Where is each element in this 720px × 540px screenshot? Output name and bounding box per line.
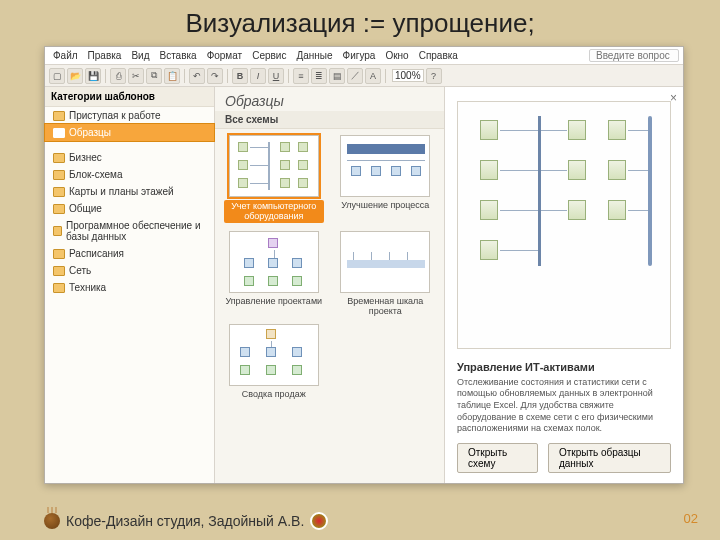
- sidebar-item-flowchart[interactable]: Блок-схема: [45, 166, 214, 183]
- server-icon: [568, 200, 586, 220]
- thumbnail-label: Учет компьютерного оборудования: [224, 200, 324, 223]
- save-icon[interactable]: 💾: [85, 68, 101, 84]
- sidebar-item-business[interactable]: Бизнес: [45, 149, 214, 166]
- template-project-timeline[interactable]: Временная шкала проекта: [333, 231, 439, 317]
- menu-format[interactable]: Формат: [203, 49, 247, 62]
- menu-data[interactable]: Данные: [292, 49, 336, 62]
- server-icon: [608, 120, 626, 140]
- open-scheme-button[interactable]: Открыть схему: [457, 443, 538, 473]
- paste-icon[interactable]: 📋: [164, 68, 180, 84]
- sidebar-heading: Категории шаблонов: [45, 87, 214, 107]
- large-preview: [457, 101, 671, 349]
- folder-icon: [53, 187, 65, 197]
- sidebar-item-label: Сеть: [69, 265, 91, 276]
- template-it-assets[interactable]: Учет компьютерного оборудования: [221, 135, 327, 223]
- print-icon[interactable]: ⎙: [110, 68, 126, 84]
- slide-title: Визуализация := упрощение;: [0, 0, 720, 41]
- menu-help[interactable]: Справка: [415, 49, 462, 62]
- menu-insert[interactable]: Вставка: [155, 49, 200, 62]
- bold-icon[interactable]: B: [232, 68, 248, 84]
- thumbnail-label: Временная шкала проекта: [335, 296, 435, 317]
- close-icon[interactable]: ×: [670, 91, 677, 105]
- sidebar: Категории шаблонов Приступая к работе Об…: [45, 87, 215, 483]
- sidebar-item-software[interactable]: Программное обеспечение и базы данных: [45, 217, 214, 245]
- folder-icon: [53, 153, 65, 163]
- sidebar-item-label: Образцы: [69, 127, 111, 138]
- menu-edit[interactable]: Правка: [84, 49, 126, 62]
- sidebar-item-label: Карты и планы этажей: [69, 186, 174, 197]
- line-icon[interactable]: ／: [347, 68, 363, 84]
- sidebar-item-general[interactable]: Общие: [45, 200, 214, 217]
- thumbnail-label: Сводка продаж: [242, 389, 306, 399]
- help-search-input[interactable]: [589, 49, 679, 62]
- footer-text: Кофе-Дизайн студия, Задойный А.В.: [66, 513, 304, 529]
- thumbnail-label: Улучшение процесса: [341, 200, 429, 210]
- folder-icon: [53, 204, 65, 214]
- fill-icon[interactable]: ▤: [329, 68, 345, 84]
- font-color-icon[interactable]: A: [365, 68, 381, 84]
- gallery-subhead: Все схемы: [215, 111, 444, 129]
- sidebar-item-label: Блок-схема: [69, 169, 123, 180]
- folder-icon: [53, 226, 62, 236]
- menu-tools[interactable]: Сервис: [248, 49, 290, 62]
- open-icon[interactable]: 📂: [67, 68, 83, 84]
- sidebar-item-maps[interactable]: Карты и планы этажей: [45, 183, 214, 200]
- template-process-improvement[interactable]: Улучшение процесса: [333, 135, 439, 223]
- italic-icon[interactable]: I: [250, 68, 266, 84]
- sidebar-item-getting-started[interactable]: Приступая к работе: [45, 107, 214, 124]
- folder-icon: [53, 128, 65, 138]
- undo-icon[interactable]: ↶: [189, 68, 205, 84]
- sidebar-item-samples[interactable]: Образцы: [45, 124, 214, 141]
- server-icon: [608, 200, 626, 220]
- visio-window: Файл Правка Вид Вставка Формат Сервис Да…: [44, 46, 684, 484]
- server-icon: [480, 160, 498, 180]
- server-icon: [480, 120, 498, 140]
- menu-shape[interactable]: Фигура: [339, 49, 380, 62]
- template-gallery: Учет компьютерного оборудования Улучшени…: [215, 129, 444, 483]
- menu-bar: Файл Правка Вид Вставка Формат Сервис Да…: [45, 47, 683, 65]
- sidebar-item-label: Приступая к работе: [69, 110, 161, 121]
- help-icon[interactable]: ?: [426, 68, 442, 84]
- template-sales-summary[interactable]: Сводка продаж: [221, 324, 327, 399]
- detail-pane: ×: [445, 87, 683, 483]
- thumbnail-preview: [340, 231, 430, 293]
- new-icon[interactable]: ▢: [49, 68, 65, 84]
- sidebar-item-engineering[interactable]: Техника: [45, 279, 214, 296]
- menu-view[interactable]: Вид: [127, 49, 153, 62]
- cut-icon[interactable]: ✂: [128, 68, 144, 84]
- thumbnail-preview: [229, 324, 319, 386]
- template-gallery-pane: Образцы Все схемы Учет компьютерного обо…: [215, 87, 445, 483]
- folder-icon: [53, 266, 65, 276]
- sidebar-item-label: Программное обеспечение и базы данных: [66, 220, 206, 242]
- folder-icon: [53, 170, 65, 180]
- copy-icon[interactable]: ⧉: [146, 68, 162, 84]
- server-icon: [608, 160, 626, 180]
- sidebar-item-schedule[interactable]: Расписания: [45, 245, 214, 262]
- detail-title: Управление ИТ-активами: [457, 361, 671, 373]
- menu-window[interactable]: Окно: [381, 49, 412, 62]
- page-number: 02: [684, 511, 698, 526]
- thumbnail-label: Управление проектами: [225, 296, 322, 306]
- server-icon: [480, 240, 498, 260]
- zoom-combo[interactable]: 100%: [392, 69, 424, 82]
- align-center-icon[interactable]: ≣: [311, 68, 327, 84]
- folder-icon: [53, 283, 65, 293]
- bus-line: [648, 116, 652, 266]
- folder-icon: [53, 111, 65, 121]
- server-icon: [568, 160, 586, 180]
- studio-logo-icon: [310, 512, 328, 530]
- redo-icon[interactable]: ↷: [207, 68, 223, 84]
- thumbnail-preview: [229, 231, 319, 293]
- sidebar-item-label: Общие: [69, 203, 102, 214]
- sidebar-item-network[interactable]: Сеть: [45, 262, 214, 279]
- thumbnail-preview: [340, 135, 430, 197]
- folder-icon: [53, 249, 65, 259]
- bus-line: [538, 116, 541, 266]
- align-left-icon[interactable]: ≡: [293, 68, 309, 84]
- template-project-management[interactable]: Управление проектами: [221, 231, 327, 317]
- slide-footer: Кофе-Дизайн студия, Задойный А.В.: [44, 512, 328, 530]
- menu-file[interactable]: Файл: [49, 49, 82, 62]
- underline-icon[interactable]: U: [268, 68, 284, 84]
- gallery-title: Образцы: [215, 87, 444, 111]
- open-sample-data-button[interactable]: Открыть образцы данных: [548, 443, 671, 473]
